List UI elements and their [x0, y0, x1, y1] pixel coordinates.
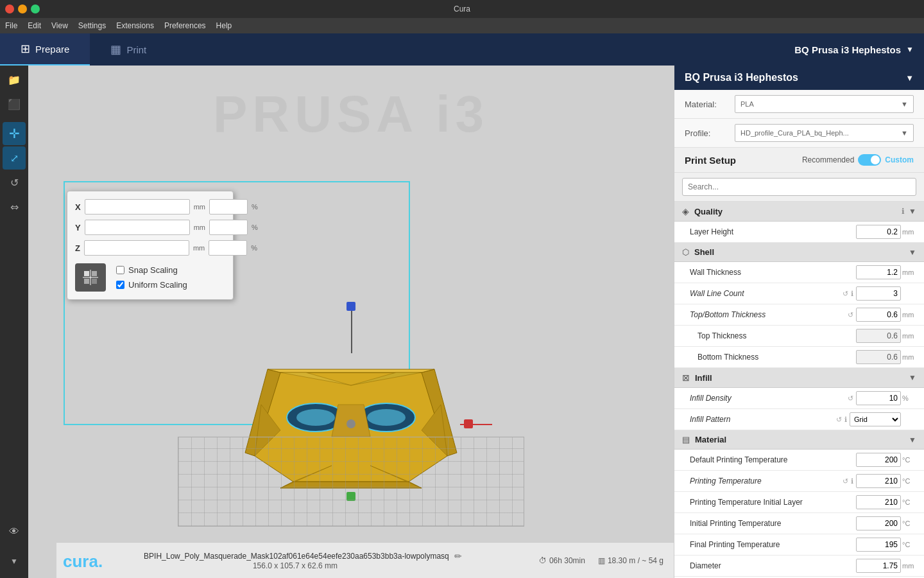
scale-z-pct[interactable]: 112.88	[209, 240, 247, 256]
mirror-button[interactable]: ⇔	[3, 195, 26, 218]
center-handle[interactable]	[346, 419, 355, 428]
section-material[interactable]: ▤ Material ▼	[674, 430, 924, 450]
menu-item-preferences[interactable]: Preferences	[164, 21, 206, 30]
shell-chevron-icon[interactable]: ▼	[909, 248, 916, 257]
dimensions: 156.0 x 105.7 x 62.6 mm	[253, 561, 338, 570]
material-section-title: Material	[695, 435, 909, 444]
menu-item-settings[interactable]: Settings	[78, 21, 106, 30]
top-thickness-input[interactable]	[856, 329, 901, 343]
infill-pattern-select[interactable]: Grid Lines Triangles	[850, 412, 901, 426]
reset-icon-2[interactable]: ↺	[848, 311, 853, 319]
close-button[interactable]	[5, 4, 14, 13]
initial-print-temp-label: Initial Printing Temperature	[690, 519, 856, 528]
scale-x-pct[interactable]: 112.88	[209, 199, 248, 215]
setting-default-print-temp: Default Printing Temperature °C	[674, 450, 924, 471]
viewport[interactable]: PRUSA i3 X 156 mm 112.88 % Y 105.7211 mm	[28, 66, 674, 578]
printer-dropdown-icon: ▼	[906, 45, 914, 54]
menu-item-edit[interactable]: Edit	[28, 21, 41, 30]
scale-z-input[interactable]: 62.5964	[84, 240, 189, 256]
edit-filename-icon[interactable]: ✏	[454, 551, 462, 561]
bottom-thickness-input[interactable]	[856, 350, 901, 364]
svg-rect-3	[92, 279, 97, 284]
infill-chevron-icon[interactable]: ▼	[909, 373, 916, 382]
menu-item-extensions[interactable]: Extensions	[116, 21, 154, 30]
wall-thickness-input[interactable]	[856, 265, 901, 279]
setting-infill-density: Infill Density ↺ %	[674, 388, 924, 409]
uniform-scaling-checkbox[interactable]	[116, 281, 124, 289]
scale-z-unit: mm	[193, 244, 205, 252]
print-temp-info-icon[interactable]: ℹ	[851, 477, 853, 486]
snap-scaling-checkbox[interactable]	[116, 266, 124, 274]
view-mode-button[interactable]: 👁	[3, 520, 26, 543]
setting-layer-height: Layer Height mm	[674, 222, 924, 243]
diameter-input[interactable]	[856, 559, 901, 573]
print-temp-input[interactable]	[856, 474, 901, 488]
infill-density-reset-icon[interactable]: ↺	[848, 394, 853, 403]
default-print-temp-input[interactable]	[856, 453, 901, 467]
top-thickness-label: Top Thickness	[690, 331, 856, 340]
material-row: Material: PLA ▼	[674, 90, 924, 119]
quality-chevron-icon[interactable]: ▼	[909, 207, 916, 216]
scale-y-unit: mm	[194, 223, 205, 231]
shell-icon: ⬡	[682, 247, 689, 257]
open-file-button[interactable]: 📁	[3, 68, 26, 91]
printer-selector[interactable]: BQ Prusa i3 Hephestos ▼	[794, 33, 924, 66]
length-value: 18.30 m / ~ 54 g	[608, 556, 663, 565]
bottom-bar: BPIH_Low_Poly_Masquerade_Mask102af061e64…	[56, 542, 674, 578]
infill-density-input[interactable]	[856, 391, 901, 405]
infill-pattern-reset-icon[interactable]: ↺	[836, 416, 842, 424]
material-select[interactable]: PLA ▼	[735, 95, 914, 113]
scale-button[interactable]: ⤢	[3, 146, 26, 170]
custom-label[interactable]: Custom	[885, 155, 914, 164]
info-icon[interactable]: ℹ	[851, 290, 853, 298]
wall-thickness-label: Wall Thickness	[690, 268, 856, 277]
print-setup-title: Print Setup	[685, 155, 802, 166]
infill-pattern-info-icon[interactable]: ℹ	[844, 416, 847, 424]
view-3d-button[interactable]: ⬛	[3, 92, 26, 116]
print-temp-initial-input[interactable]	[856, 495, 901, 509]
reset-scale-button[interactable]	[75, 263, 106, 292]
layer-height-input[interactable]	[856, 225, 901, 239]
shell-title: Shell	[694, 247, 909, 257]
profile-select[interactable]: HD_profile_Cura_PLA_bq_Heph... ▼	[735, 124, 914, 142]
infill-density-icons: ↺	[848, 394, 853, 403]
rotate-button[interactable]: ↺	[3, 171, 26, 194]
move-button[interactable]: ✛	[3, 122, 26, 145]
filename: BPIH_Low_Poly_Masquerade_Mask102af061e64…	[144, 552, 449, 561]
view-extra-button[interactable]: ▼	[3, 550, 26, 573]
top-bottom-unit: mm	[902, 311, 916, 319]
wall-thickness-unit: mm	[902, 268, 916, 276]
right-handle[interactable]	[464, 419, 473, 428]
scale-y-input[interactable]: 105.7211	[85, 220, 190, 235]
recommended-toggle[interactable]	[858, 154, 881, 166]
wall-line-count-input[interactable]	[856, 286, 901, 301]
top-bottom-thickness-input[interactable]	[856, 308, 901, 322]
cura-logo-dot: .	[98, 552, 103, 571]
infill-title: Infill	[695, 373, 909, 383]
menu-item-file[interactable]: File	[5, 21, 17, 30]
top-handle[interactable]	[346, 302, 355, 311]
printer-expand-icon[interactable]: ▼	[905, 73, 914, 83]
menu-item-help[interactable]: Help	[216, 21, 232, 30]
minimize-button[interactable]	[18, 4, 27, 13]
material-chevron-icon[interactable]: ▼	[909, 435, 916, 444]
scale-y-row: Y 105.7211 mm 112.88 %	[75, 220, 225, 235]
quality-info-icon[interactable]: ℹ	[902, 207, 905, 216]
section-infill[interactable]: ⊠ Infill ▼	[674, 368, 924, 388]
section-quality[interactable]: ◈ Quality ℹ ▼	[674, 202, 924, 222]
section-shell[interactable]: ⬡ Shell ▼	[674, 243, 924, 262]
scale-x-input[interactable]: 156	[85, 199, 190, 215]
scale-y-pct[interactable]: 112.88	[209, 220, 248, 235]
clock-icon: ⏱	[539, 556, 547, 565]
search-input[interactable]	[682, 178, 916, 196]
tab-prepare[interactable]: ⊞ Prepare	[0, 33, 90, 66]
final-print-temp-input[interactable]	[856, 538, 901, 552]
material-section-icon: ▤	[682, 435, 690, 444]
tab-print[interactable]: ▦ Print	[90, 33, 167, 66]
reset-icon[interactable]: ↺	[843, 290, 848, 298]
infill-icon: ⊠	[682, 372, 690, 383]
maximize-button[interactable]	[31, 4, 40, 13]
menu-item-view[interactable]: View	[51, 21, 68, 30]
initial-print-temp-input[interactable]	[856, 516, 901, 530]
print-temp-reset-icon[interactable]: ↺	[843, 477, 848, 486]
